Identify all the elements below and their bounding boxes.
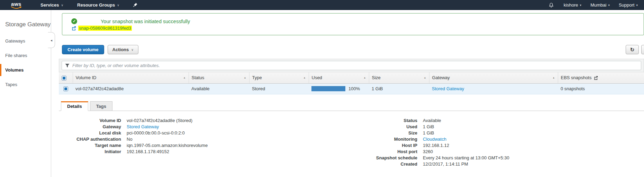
select-all-checkbox-cell	[59, 72, 73, 83]
create-volume-button[interactable]: Create volume	[62, 45, 104, 54]
caret-down-icon: ▾	[636, 3, 638, 7]
detail-label: Snapshot schedule	[273, 155, 423, 161]
column-header-size[interactable]: Size ▲	[369, 72, 429, 83]
row-checkbox-cell	[59, 83, 73, 94]
column-header-type[interactable]: Type ▲	[249, 72, 309, 83]
tab-tags[interactable]: Tags	[90, 101, 112, 111]
select-all-checkbox[interactable]	[62, 76, 66, 81]
details-right-column: StatusAvailable Used1 GiB Size1 GiB Moni…	[273, 118, 644, 167]
sidebar-item-file-shares[interactable]: File shares	[0, 49, 51, 62]
column-header-gateway[interactable]: Gateway ▲	[429, 72, 558, 83]
notifications-button[interactable]	[548, 2, 554, 8]
detail-host-port-value: 3260	[423, 149, 433, 155]
toolbar: Create volume Actions ∨ ↻ ⚙	[62, 45, 644, 54]
nav-region-menu[interactable]: Mumbai ▾	[590, 2, 610, 8]
sort-asc-icon: ▲	[303, 76, 306, 79]
used-progress-bar	[311, 86, 345, 91]
sidebar-item-volumes[interactable]: Volumes	[0, 64, 51, 76]
nav-support-label: Support	[619, 2, 635, 8]
external-link-icon	[72, 26, 76, 30]
used-percent-label: 100%	[348, 86, 360, 91]
detail-initiator-value: 192.168.1.178:49152	[127, 149, 169, 155]
chevron-down-icon: ∨	[61, 3, 64, 7]
cell-type: Stored	[249, 83, 309, 94]
detail-label: Gateway	[51, 124, 127, 130]
pin-shortcut-button[interactable]	[133, 2, 138, 8]
nav-services-label: Services	[40, 2, 59, 8]
chevron-down-icon: ∨	[131, 48, 134, 52]
detail-size-value: 1 GiB	[423, 130, 434, 136]
cell-gateway: Stored Gateway	[429, 83, 558, 94]
sidebar-item-gateways[interactable]: Gateways	[0, 35, 51, 47]
actions-button[interactable]: Actions ∨	[108, 45, 138, 54]
aws-smile-icon	[10, 6, 22, 9]
sort-asc-icon: ▲	[244, 76, 246, 79]
detail-label: Created	[273, 161, 423, 167]
sidebar: Storage Gateway Gateways File shares Vol…	[0, 10, 51, 177]
detail-used-value: 1 GiB	[423, 124, 434, 130]
volume-table-row[interactable]: vol-027a74f2c42adad8e Available Stored 1…	[59, 83, 644, 94]
nav-right-group: kishore ▾ Mumbai ▾ Support ▾	[548, 2, 644, 8]
caret-down-icon: ▾	[608, 3, 610, 7]
volumes-table: Volume ID ▲ Status ▲ Type ▲ Used	[59, 72, 644, 94]
nav-region-label: Mumbai	[590, 2, 606, 8]
column-header-status[interactable]: Status ▲	[189, 72, 249, 83]
nav-support-menu[interactable]: Support ▾	[619, 2, 638, 8]
detail-label: CHAP authentication	[51, 136, 127, 142]
top-nav: aws Services ∨ Resource Groups ∨ kishore…	[0, 0, 644, 10]
detail-label: Target name	[51, 142, 127, 149]
main-content: ✓ Your snapshot was initiated successful…	[51, 10, 644, 177]
sidebar-collapse-button[interactable]: ◂	[48, 32, 55, 48]
column-header-used[interactable]: Used ▲	[309, 72, 369, 83]
column-header-volume-id[interactable]: Volume ID ▲	[73, 72, 189, 83]
sort-asc-icon: ▲	[553, 76, 555, 79]
settings-button[interactable]: ⚙	[641, 45, 644, 54]
refresh-button[interactable]: ↻	[626, 45, 639, 54]
details-left-column: Volume IDvol-027a74f2c42adad8e (Stored) …	[51, 118, 273, 167]
detail-target-name-value: iqn.1997-05.com.amazon:kishorevolume	[127, 142, 208, 149]
details-tabs-bar: Details Tags	[59, 101, 644, 111]
bell-icon	[548, 2, 554, 8]
aws-logo[interactable]: aws	[10, 1, 22, 9]
success-check-icon: ✓	[71, 18, 77, 24]
nav-user-label: kishore	[564, 2, 578, 8]
detail-gateway-link[interactable]: Stored Gateway	[127, 124, 159, 130]
nav-resource-groups-menu[interactable]: Resource Groups ∨	[77, 2, 119, 8]
gateway-link[interactable]: Stored Gateway	[432, 86, 464, 91]
detail-label: Monitoring	[273, 136, 423, 142]
refresh-icon: ↻	[630, 47, 635, 53]
pin-icon	[133, 2, 138, 8]
nav-services-menu[interactable]: Services ∨	[40, 2, 63, 8]
detail-snapshot-schedule-value: Every 24 hours starting at 13:00 GMT+5:3…	[423, 155, 509, 161]
tab-details[interactable]: Details	[61, 101, 88, 111]
row-checkbox[interactable]	[63, 86, 68, 91]
detail-created-value: 12/2/2017, 1:14:11 PM	[423, 161, 468, 167]
sort-asc-icon: ▲	[424, 76, 426, 79]
nav-user-menu[interactable]: kishore ▾	[564, 2, 581, 8]
detail-label: Used	[273, 124, 423, 130]
detail-local-disk-value: pci-0000:0b:00.0-scsi-0:0:2:0	[127, 130, 185, 136]
detail-cloudwatch-link[interactable]: Cloudwatch	[423, 136, 446, 142]
banner-title: Your snapshot was initiated successfully	[101, 19, 190, 24]
details-panel: Volume IDvol-027a74f2c42adad8e (Stored) …	[51, 118, 644, 167]
detail-label: Volume ID	[51, 118, 127, 124]
detail-label: Initiator	[51, 149, 127, 155]
snapshot-id-link[interactable]: snap-058609c861319fed3	[78, 26, 132, 31]
filter-input[interactable]	[62, 61, 641, 70]
volumes-table-panel: Volume ID ▲ Status ▲ Type ▲ Used	[59, 59, 644, 94]
sidebar-items: Gateways File shares Volumes Tapes	[0, 35, 51, 91]
detail-label: Local disk	[51, 130, 127, 136]
actions-label: Actions	[112, 47, 129, 52]
detail-status-value: Available	[423, 118, 441, 124]
column-header-ebs-snapshots[interactable]: EBS snapshots	[558, 72, 644, 83]
sidebar-item-tapes[interactable]: Tapes	[0, 78, 51, 91]
detail-host-ip-value: 192.168.1.12	[423, 142, 449, 149]
collapse-left-icon: ◂	[51, 38, 52, 42]
filter-strip	[59, 59, 644, 72]
sort-asc-icon: ▲	[183, 76, 186, 79]
detail-volume-id-value: vol-027a74f2c42adad8e (Stored)	[127, 118, 192, 124]
cell-volume-id: vol-027a74f2c42adad8e	[73, 83, 189, 94]
sidebar-title: Storage Gateway	[5, 21, 51, 28]
nav-resource-groups-label: Resource Groups	[77, 2, 115, 8]
table-header-row: Volume ID ▲ Status ▲ Type ▲ Used	[59, 72, 644, 83]
